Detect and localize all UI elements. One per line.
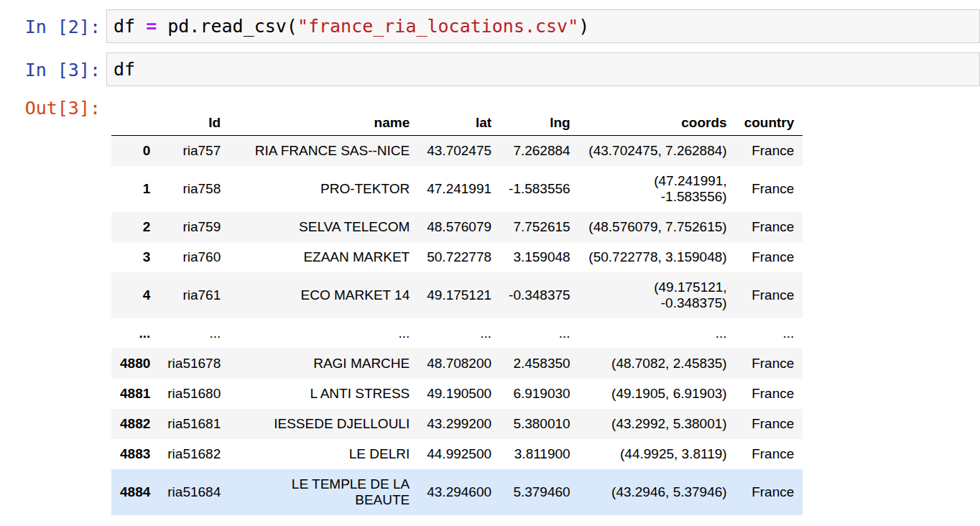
notebook: In [2]: df = pd.read_csv("france_ria_loc… [0,0,980,526]
table-cell: -1.583556 [500,166,579,212]
table-cell: 50.722778 [418,242,500,272]
code-input[interactable]: df = pd.read_csv("france_ria_locations.c… [106,9,980,43]
table-cell: ria51680 [159,379,229,409]
output-cell: Out[3]: Id name lat [0,96,980,526]
table-cell: 7.262884 [500,136,579,167]
table-cell: ECO MARKET 14 [229,272,418,318]
table-cell: France [736,379,803,409]
table-cell: (44.9925, 3.8119) [579,439,736,469]
table-cell: 49.190500 [418,379,500,409]
table-cell: ria51682 [159,439,229,469]
table-cell: France [736,272,803,318]
code-input[interactable]: df [106,52,980,86]
table-row: 4882ria51681IESSEDE DJELLOULI43.2992005.… [111,409,803,439]
table-cell: (48.7082, 2.45835) [579,349,736,379]
table-row: 4880ria51678RAGI MARCHE48.7082002.458350… [111,349,803,379]
table-cell: France [736,469,803,515]
table-row: 4ria761ECO MARKET 1449.175121-0.348375(4… [111,272,803,318]
table-cell: ria51681 [159,409,229,439]
row-index: 4880 [111,349,159,379]
row-index: 4884 [111,469,159,515]
row-index: 4881 [111,379,159,409]
table-cell: 3.811900 [500,439,579,469]
table-cell: ria760 [159,242,229,272]
row-index: 1 [111,166,159,212]
table-cell: 43.294600 [418,469,500,515]
table-cell: ... [579,318,736,349]
table-cell: (43.2992, 5.38001) [579,409,736,439]
column-header-coords: coords [579,106,736,136]
table-row: 0ria757RIA FRANCE SAS--NICE43.7024757.26… [111,136,803,167]
table-cell: 43.702475 [418,136,500,167]
code-cell-in3: In [3]: df [0,52,980,86]
table-cell: 49.175121 [418,272,500,318]
table-cell: France [736,439,803,469]
output-prompt: Out[3]: [0,96,106,119]
output-content: Id name lat lng coords country 0ria757RI… [111,96,980,526]
table-cell: 48.708200 [418,349,500,379]
table-cell: ... [736,318,803,349]
row-index: 4882 [111,409,159,439]
table-cell: RIA FRANCE SAS--NICE [229,136,418,167]
table-cell: (48.576079, 7.752615) [579,212,736,242]
table-cell: ... [418,318,500,349]
row-index: 3 [111,242,159,272]
table-cell: ria759 [159,212,229,242]
table-cell: ria761 [159,272,229,318]
table-cell: ria758 [159,166,229,212]
table-cell: LE TEMPLE DE LA BEAUTE [229,469,418,515]
column-header-lat: lat [418,106,500,136]
table-row: 4884ria51684LE TEMPLE DE LA BEAUTE43.294… [111,469,803,515]
table-cell: IESSEDE DJELLOULI [229,409,418,439]
code-token: "france_ria_locations.csv" [297,16,578,37]
table-cell: PRO-TEKTOR [229,166,418,212]
code-cell-in2: In [2]: df = pd.read_csv("france_ria_loc… [0,9,980,43]
table-cell: RAGI MARCHE [229,349,418,379]
column-header-lng: lng [500,106,579,136]
code-token: ) [578,16,589,37]
column-header-name: name [229,106,418,136]
row-index: 0 [111,136,159,167]
column-header-id: Id [159,106,229,136]
table-cell: LE DELRI [229,439,418,469]
table-row: 4883ria51682LE DELRI44.9925003.811900(44… [111,439,803,469]
code-token: df [114,59,135,80]
table-cell: (43.702475, 7.262884) [579,136,736,167]
table-cell: 2.458350 [500,349,579,379]
column-header-country: country [736,106,803,136]
table-body: 0ria757RIA FRANCE SAS--NICE43.7024757.26… [111,136,803,516]
code-token: = [146,16,157,37]
table-row: 1ria758PRO-TEKTOR47.241991-1.583556(47.2… [111,166,803,212]
table-cell: France [736,136,803,167]
table-cell: (49.175121, -0.348375) [579,272,736,318]
table-cell: SELVA TELECOM [229,212,418,242]
table-cell: (50.722778, 3.159048) [579,242,736,272]
table-cell: France [736,349,803,379]
table-cell: France [736,212,803,242]
table-cell: L ANTI STRESS [229,379,418,409]
table-cell: 44.992500 [418,439,500,469]
row-index: 4 [111,272,159,318]
table-cell: ... [159,318,229,349]
table-cell: 7.752615 [500,212,579,242]
table-cell: ria757 [159,136,229,167]
table-cell: EZAAN MARKET [229,242,418,272]
table-cell: France [736,242,803,272]
table-cell: ria51678 [159,349,229,379]
table-cell: ria51684 [159,469,229,515]
table-cell: France [736,409,803,439]
table-cell: (43.2946, 5.37946) [579,469,736,515]
table-cell: ... [229,318,418,349]
table-cell: 3.159048 [500,242,579,272]
table-cell: France [736,166,803,212]
table-row: 3ria760EZAAN MARKET50.7227783.159048(50.… [111,242,803,272]
table-cell: -0.348375 [500,272,579,318]
input-prompt: In [2]: [0,9,106,37]
header-row: Id name lat lng coords country [111,106,803,136]
table-cell: 47.241991 [418,166,500,212]
table-cell: 5.379460 [500,469,579,515]
dataframe-table: Id name lat lng coords country 0ria757RI… [111,106,803,515]
code-token: pd.read_csv( [157,16,297,37]
index-header-corner [111,106,159,136]
table-cell: ... [500,318,579,349]
